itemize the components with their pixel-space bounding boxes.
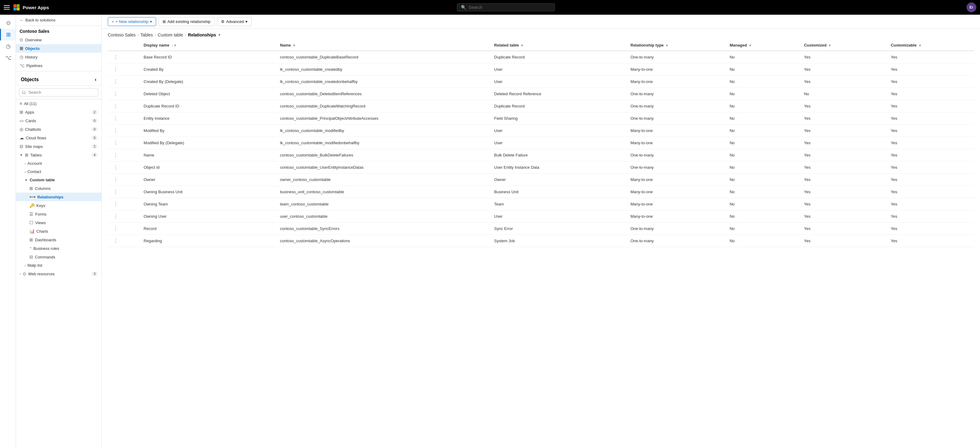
tree-item-apps[interactable]: ⊞ Apps 2 [16, 108, 101, 116]
row-related: Owner [491, 174, 627, 186]
breadcrumb-sep1: › [137, 33, 138, 37]
nav-item-objects[interactable]: ⊞ Objects [16, 44, 101, 53]
row-context-menu[interactable]: ⋮ [111, 54, 120, 60]
tree-maplist-label: Matp list [27, 263, 42, 268]
th-customizable[interactable]: Customizable ▾ [887, 40, 974, 51]
row-managed: No [726, 210, 800, 223]
tree-item-customtable[interactable]: ▼ Custom table [16, 176, 101, 184]
views-icon: ☐ [29, 220, 33, 225]
row-displayname: Regarding [140, 235, 276, 247]
new-relationship-button[interactable]: + + New relationship ▾ [108, 17, 156, 26]
tree-item-businessrules[interactable]: ⁺ Business rules [16, 244, 101, 253]
row-context-menu[interactable]: ⋮ [111, 238, 120, 244]
row-context-menu[interactable]: ⋮ [111, 115, 120, 121]
th-related[interactable]: Related table ▾ [491, 40, 627, 51]
tree-item-forms[interactable]: ☰ Forms [16, 210, 101, 218]
sidebar-item-objects[interactable]: ⊞ [0, 29, 16, 40]
tree-item-sitemaps[interactable]: ⊟ Site maps 2 [16, 142, 101, 151]
tree-columns-label: Columns [35, 186, 51, 191]
row-name: owner_contoso_customtable [276, 174, 491, 186]
sidebar-item-pipelines[interactable]: ⌥ [0, 52, 16, 64]
row-managed: No [726, 100, 800, 112]
sidebar-item-overview[interactable]: ⊙ [0, 17, 16, 29]
tree-item-commands[interactable]: ⊟ Commands [16, 253, 101, 261]
tree-item-dashboards[interactable]: ⊞ Dashboards [16, 236, 101, 244]
tree-item-all[interactable]: ≡ All (11) [16, 99, 101, 108]
nav-history-label: History [25, 55, 37, 59]
row-displayname: Owning Team [140, 198, 276, 210]
row-context-menu[interactable]: ⋮ [111, 140, 120, 146]
tree-item-account[interactable]: › Account [16, 159, 101, 167]
user-avatar[interactable]: Er [967, 2, 976, 12]
tree-item-webresources[interactable]: › ⊙ Web resources 3 [16, 269, 101, 278]
row-context-menu[interactable]: ⋮ [111, 201, 120, 207]
app-name-label: Power Apps [23, 5, 49, 10]
tree-sitemaps-label: Site maps [25, 144, 43, 149]
breadcrumb-tables[interactable]: Tables [140, 32, 153, 37]
row-name: contoso_customtable_UserEntityInstanceDa… [276, 161, 491, 174]
commands-icon: ⊟ [29, 255, 33, 259]
row-context-menu[interactable]: ⋮ [111, 91, 120, 97]
row-name: lk_contoso_customtable_modifiedonbehalfb… [276, 137, 491, 149]
nav-item-history[interactable]: ◷ History [16, 53, 101, 61]
tree-item-cloudflows[interactable]: ☁ Cloud flows 0 [16, 134, 101, 142]
main-toolbar: + + New relationship ▾ ⊞ Add existing re… [102, 15, 980, 29]
advanced-button[interactable]: ⚙ Advanced ▾ [217, 17, 251, 26]
tree-item-keys[interactable]: 🔑 Keys [16, 201, 101, 210]
row-menu-cell: ⋮ [108, 64, 140, 76]
row-context-menu[interactable]: ⋮ [111, 66, 120, 73]
back-to-solutions-link[interactable]: ← Back to solutions [16, 15, 101, 26]
tree-item-maplist[interactable]: › Matp list [16, 261, 101, 269]
tree-item-views[interactable]: ☐ Views [16, 218, 101, 227]
row-customizable: Yes [887, 161, 974, 174]
th-customized[interactable]: Customized ▾ [800, 40, 887, 51]
row-customizable: Yes [887, 76, 974, 88]
tree-search-input[interactable] [19, 88, 98, 96]
objects-icon: ⊞ [6, 31, 11, 38]
breadcrumb-dropdown-icon[interactable]: ▾ [218, 33, 220, 37]
row-related: User Entity Instance Data [491, 161, 627, 174]
tree-item-cards[interactable]: ▭ Cards 0 [16, 116, 101, 125]
tree-item-relationships[interactable]: ⟷ Relationships [16, 193, 101, 201]
hamburger-icon[interactable] [4, 5, 10, 10]
row-menu-cell: ⋮ [108, 112, 140, 124]
collapse-icon[interactable]: ‹ [95, 77, 96, 82]
tree-item-contact[interactable]: › Contact [16, 167, 101, 176]
row-context-menu[interactable]: ⋮ [111, 128, 120, 134]
row-context-menu[interactable]: ⋮ [111, 164, 120, 171]
tree-item-tables[interactable]: ▼ ⊞ Tables 4 [16, 151, 101, 159]
back-link-label: Back to solutions [25, 18, 56, 22]
row-reltype: Many-to-one [627, 64, 726, 76]
tree-sidebar: ← Back to solutions Contoso Sales ⊙ Over… [16, 15, 102, 448]
tree-item-chatbots[interactable]: ◎ Chatbots 0 [16, 125, 101, 134]
add-existing-relationship-button[interactable]: ⊞ Add existing relationship [159, 17, 215, 26]
businessrules-icon: ⁺ [29, 246, 32, 251]
th-reltype[interactable]: Relationship type ▾ [627, 40, 726, 51]
nav-item-overview[interactable]: ⊙ Overview [16, 35, 101, 44]
row-context-menu[interactable]: ⋮ [111, 152, 120, 158]
tree-item-charts[interactable]: 📊 Charts [16, 227, 101, 236]
row-displayname: Modified By [140, 124, 276, 137]
row-customizable: Yes [887, 149, 974, 161]
tree-dashboards-label: Dashboards [35, 238, 56, 242]
global-search-box[interactable]: 🔍 [457, 3, 555, 11]
row-context-menu[interactable]: ⋮ [111, 103, 120, 109]
th-name[interactable]: Name ▾ [276, 40, 491, 51]
row-context-menu[interactable]: ⋮ [111, 213, 120, 220]
row-customizable: Yes [887, 198, 974, 210]
row-context-menu[interactable]: ⋮ [111, 176, 120, 183]
search-input[interactable] [469, 5, 551, 10]
th-menu [108, 40, 140, 51]
row-context-menu[interactable]: ⋮ [111, 225, 120, 232]
breadcrumb-customtable[interactable]: Custom table [158, 32, 183, 37]
nav-item-pipelines[interactable]: ⌥ Pipelines [16, 61, 101, 70]
row-context-menu[interactable]: ⋮ [111, 78, 120, 85]
row-managed: No [726, 198, 800, 210]
th-managed[interactable]: Managed ▾ [726, 40, 800, 51]
tree-item-columns[interactable]: ⊞ Columns [16, 184, 101, 193]
row-context-menu[interactable]: ⋮ [111, 189, 120, 195]
sidebar-item-history[interactable]: ◷ [0, 40, 16, 52]
row-reltype: One-to-many [627, 88, 726, 100]
breadcrumb-contososales[interactable]: Contoso Sales [108, 32, 135, 37]
th-displayname[interactable]: Display name ↑ ▾ [140, 40, 276, 51]
